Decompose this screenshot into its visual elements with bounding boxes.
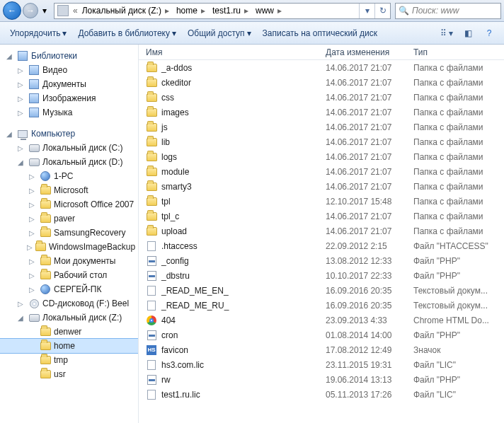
file-row[interactable]: rw19.06.2014 13:13Файл "PHP" (139, 372, 504, 387)
tree-item[interactable]: denwer (0, 325, 138, 339)
breadcrumb-segment[interactable]: Локальный диск (Z:)▸ (79, 4, 173, 18)
nav-forward-button[interactable]: → (23, 3, 38, 18)
expand-icon[interactable]: ▷ (27, 201, 37, 209)
address-dropdown-button[interactable]: ▾ (359, 4, 374, 18)
organize-menu[interactable]: Упорядочить ▾ (6, 26, 71, 40)
file-row[interactable]: js14.06.2017 21:07Папка с файлами (139, 120, 504, 134)
nav-back-button[interactable]: ← (3, 1, 21, 20)
expand-icon[interactable]: ▷ (16, 109, 25, 117)
file-row[interactable]: hs3.com.lic23.11.2015 19:31Файл "LIC" (139, 357, 504, 372)
expand-icon[interactable]: ▷ (27, 187, 37, 195)
file-row[interactable]: _config13.08.2012 12:33Файл "PHP" (139, 253, 504, 268)
burn-disc-button[interactable]: Записать на оптический диск (258, 26, 382, 40)
tree-item[interactable]: ▷Изображения (0, 91, 138, 105)
file-row[interactable]: _a-ddos14.06.2017 21:07Папка с файлами (139, 60, 504, 75)
expand-icon[interactable]: ▷ (27, 272, 37, 279)
file-row[interactable]: _dbstru10.10.2017 22:33Файл "PHP" (139, 268, 504, 283)
expand-icon[interactable]: ▷ (27, 243, 33, 251)
expand-icon[interactable]: ▷ (16, 300, 25, 308)
help-button[interactable]: ? (480, 25, 498, 41)
tree-item[interactable]: ◢Локальный диск (Z:) (0, 311, 138, 325)
expand-icon[interactable]: ▷ (16, 144, 25, 152)
expand-icon[interactable]: ▷ (16, 81, 25, 88)
breadcrumb-segment[interactable]: home▸ (173, 4, 210, 18)
tree-item[interactable]: ▷WindowsImageBackup (0, 240, 138, 254)
file-row[interactable]: ckeditor14.06.2017 21:07Папка с файлами (139, 75, 504, 90)
file-row[interactable]: .htaccess22.09.2012 2:15Файл "HTACCESS" (139, 238, 504, 253)
file-row[interactable]: _READ_ME_EN_16.09.2016 20:35Текстовый до… (139, 283, 504, 298)
file-type: Папка с файлами (413, 212, 504, 221)
add-to-library-menu[interactable]: Добавить в библиотеку ▾ (74, 26, 181, 40)
computer-icon (17, 128, 28, 139)
view-options-button[interactable]: ⠿ ▾ (437, 25, 456, 41)
file-row[interactable]: tpl12.10.2017 15:48Папка с файлами (139, 194, 504, 209)
tree-item-label: 1-PC (54, 171, 73, 181)
expand-icon[interactable]: ▷ (27, 286, 37, 294)
breadcrumb-segment[interactable]: www▸ (253, 4, 286, 18)
tree-group-computer[interactable]: ◢ Компьютер (0, 127, 138, 141)
file-row[interactable]: _READ_ME_RU_16.09.2016 20:35Текстовый до… (139, 298, 504, 313)
nav-history-dropdown[interactable]: ▾ (40, 2, 50, 19)
php-file-icon (146, 270, 157, 282)
tree-item[interactable]: home (0, 339, 138, 353)
file-row[interactable]: 40423.09.2013 4:33Chrome HTML Do... (139, 313, 504, 328)
expand-icon[interactable]: ▷ (27, 229, 37, 237)
file-row[interactable]: images14.06.2017 21:07Папка с файлами (139, 105, 504, 120)
tree-item[interactable]: ▷CD-дисковод (F:) Beel (0, 296, 138, 311)
file-row[interactable]: tpl_c14.06.2017 21:07Папка с файлами (139, 209, 504, 224)
column-header-name[interactable]: Имя (146, 47, 326, 57)
file-row[interactable]: lib14.06.2017 21:07Папка с файлами (139, 134, 504, 149)
expand-icon[interactable]: ▷ (27, 215, 37, 223)
file-type: Папка с файлами (413, 226, 504, 236)
tree-item[interactable]: ▷Музыка (0, 105, 138, 120)
share-menu[interactable]: Общий доступ ▾ (183, 26, 256, 40)
expand-icon[interactable]: ▷ (27, 173, 37, 180)
tree-item[interactable]: ▷Локальный диск (C:) (0, 141, 138, 155)
favicon-icon: HS (146, 344, 157, 356)
tree-item-label: Microsoft (54, 185, 88, 195)
expand-icon[interactable]: ▷ (16, 95, 25, 103)
breadcrumb-root-chevron[interactable]: « (71, 6, 79, 16)
expand-icon[interactable]: ◢ (4, 130, 14, 138)
column-header-date[interactable]: Дата изменения (326, 47, 413, 57)
file-name: test1.ru.lic (161, 390, 200, 400)
php-file-icon (146, 330, 157, 341)
tree-item[interactable]: ▷Документы (0, 77, 138, 91)
file-row[interactable]: css14.06.2017 21:07Папка с файлами (139, 90, 504, 105)
search-icon: 🔍 (399, 6, 409, 16)
tree-item[interactable]: ▷Видео (0, 63, 138, 77)
file-row[interactable]: smarty314.06.2017 21:07Папка с файлами (139, 179, 504, 194)
file-type: Файл "LIC" (413, 360, 504, 370)
expand-icon[interactable]: ▷ (27, 257, 37, 265)
expand-icon[interactable]: ◢ (16, 158, 25, 166)
tree-item[interactable]: ▷Microsoft (0, 183, 138, 197)
tree-item[interactable]: ▷1-PC (0, 169, 138, 183)
expand-icon[interactable]: ▷ (16, 66, 25, 74)
breadcrumb-segment[interactable]: test1.ru▸ (210, 4, 253, 18)
file-row[interactable]: HSfavicon17.08.2012 12:49Значок (139, 342, 504, 357)
navigation-pane[interactable]: ◢ Библиотеки ▷Видео▷Документы▷Изображени… (0, 45, 139, 423)
file-row[interactable]: module14.06.2017 21:07Папка с файлами (139, 164, 504, 179)
search-box[interactable]: 🔍 Поиск: www (395, 3, 501, 19)
tree-item[interactable]: ▷paver (0, 212, 138, 226)
expand-icon[interactable]: ◢ (4, 52, 14, 60)
tree-item[interactable]: ▷СЕРГЕЙ-ПК (0, 282, 138, 296)
refresh-button[interactable]: ↻ (374, 4, 390, 18)
tree-item[interactable]: ▷Рабочий стол (0, 268, 138, 282)
file-row[interactable]: logs14.06.2017 21:07Папка с файлами (139, 149, 504, 164)
tree-item[interactable]: ▷Microsoft Office 2007 (0, 197, 138, 212)
tree-item[interactable]: ◢Локальный диск (D:) (0, 155, 138, 169)
tree-item[interactable]: usr (0, 367, 138, 381)
tree-group-libraries[interactable]: ◢ Библиотеки (0, 49, 138, 63)
expand-icon[interactable]: ◢ (16, 314, 25, 322)
tree-item[interactable]: ▷Мои документы (0, 254, 138, 268)
breadcrumb[interactable]: « Локальный диск (Z:)▸ home▸ test1.ru▸ w… (54, 3, 391, 19)
file-row[interactable]: cron01.08.2014 14:00Файл "PHP" (139, 328, 504, 342)
preview-pane-button[interactable]: ◧ (459, 25, 477, 41)
tree-item[interactable]: ▷SamsungRecovery (0, 226, 138, 240)
file-row[interactable]: upload14.06.2017 21:07Папка с файлами (139, 224, 504, 238)
file-name: tpl_c (161, 212, 179, 221)
tree-item[interactable]: tmp (0, 353, 138, 367)
file-row[interactable]: test1.ru.lic05.11.2013 17:26Файл "LIC" (139, 387, 504, 402)
column-header-type[interactable]: Тип (413, 47, 504, 57)
